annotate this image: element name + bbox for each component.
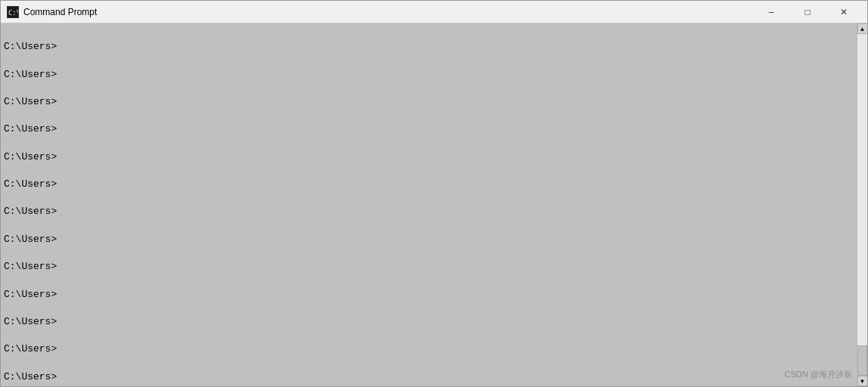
console-output[interactable]: C:\Users> C:\Users> C:\Users> C:\Users> … — [4, 26, 864, 383]
watermark: CSDN @海月汐辰 — [785, 369, 852, 380]
prompt-line: C:\Users> — [4, 150, 864, 164]
scrollbar[interactable]: ▲ ▼ — [857, 23, 867, 386]
prompt-line: C:\Users> — [4, 68, 864, 82]
prompt-line: C:\Users> — [4, 342, 864, 356]
scrollbar-track — [857, 34, 867, 376]
minimize-button[interactable]: – — [754, 1, 789, 23]
prompt-line: C:\Users> — [4, 178, 864, 191]
scroll-up-arrow[interactable]: ▲ — [857, 23, 868, 34]
prompt-line: C:\Users> — [4, 315, 864, 329]
window-controls: – □ ✕ — [754, 1, 861, 23]
prompt-line: C:\Users> — [4, 40, 864, 54]
prompt-line: C:\Users> — [4, 260, 864, 274]
scrollbar-thumb[interactable] — [857, 345, 867, 376]
title-bar-left: C:\ Command Prompt — [7, 6, 97, 18]
prompt-line: C:\Users> — [4, 122, 864, 136]
title-bar: C:\ Command Prompt – □ ✕ — [1, 1, 867, 23]
prompt-line: C:\Users> — [4, 288, 864, 302]
cmd-icon: C:\ — [7, 6, 19, 18]
prompt-line: C:\Users> — [4, 233, 864, 246]
scroll-down-arrow[interactable]: ▼ — [857, 376, 868, 386]
prompt-line: C:\Users> — [4, 95, 864, 109]
console-area: C:\Users> C:\Users> C:\Users> C:\Users> … — [1, 23, 867, 386]
close-button[interactable]: ✕ — [826, 1, 861, 23]
window-title: Command Prompt — [23, 7, 97, 17]
prompt-line: C:\Users> — [4, 205, 864, 218]
maximize-button[interactable]: □ — [790, 1, 825, 23]
command-prompt-window: C:\ Command Prompt – □ ✕ C:\Users> C:\Us… — [0, 0, 868, 387]
prompt-line: C:\Users> — [4, 370, 864, 383]
svg-text:C:\: C:\ — [8, 8, 18, 16]
